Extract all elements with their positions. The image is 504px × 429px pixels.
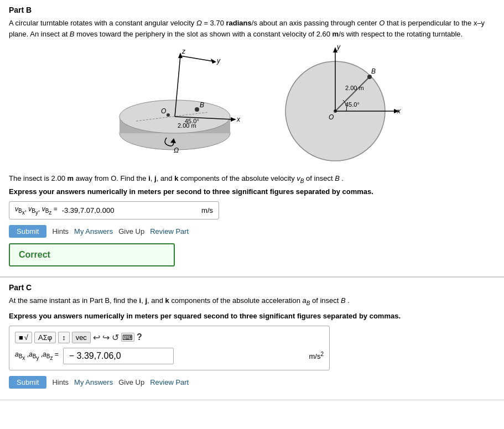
part-c-give-up-label: Give Up: [118, 378, 144, 386]
sqrt-icon: √: [24, 333, 28, 342]
ase-icon: ΑΣφ: [38, 333, 52, 342]
arrows-icon: ↕: [62, 333, 66, 342]
part-c-section: Part C At the same instant as in Part B,…: [0, 278, 504, 400]
part-b-question: The insect is 2.00 m away from O. Find t…: [9, 174, 495, 184]
part-b-problem-text: A circular turntable rotates with a cons…: [9, 18, 495, 39]
part-c-review-part-link[interactable]: Review Part: [150, 378, 189, 386]
svg-text:y: y: [216, 57, 221, 65]
part-c-answer-value: − 3.39,7.06,0: [69, 351, 121, 360]
toolbar-vec-button[interactable]: vec: [72, 332, 91, 343]
toolbar-refresh-button[interactable]: ↺: [112, 332, 119, 343]
part-b-answer-input[interactable]: [62, 206, 197, 214]
svg-text:z: z: [181, 48, 186, 55]
svg-text:2.00 m: 2.00 m: [345, 85, 364, 91]
svg-marker-17: [231, 117, 236, 122]
svg-text:B: B: [371, 67, 376, 75]
box-icon: ■: [19, 333, 23, 342]
svg-text:y: y: [336, 45, 341, 51]
part-c-input-box[interactable]: − 3.39,7.06,0: [63, 348, 174, 364]
part-b-answer-row: vBx, vBy, vBz = m/s: [9, 201, 219, 219]
svg-point-25: [367, 75, 372, 79]
svg-text:45.0°: 45.0°: [185, 118, 199, 124]
toolbar-ase-button[interactable]: ΑΣφ: [34, 332, 56, 343]
part-c-hints-label: Hints: [52, 378, 69, 386]
part-b-submit-button[interactable]: Submit: [9, 225, 46, 238]
part-b-action-row: Submit Hints My Answers Give Up Review P…: [9, 225, 495, 238]
part-c-input-row: aBx ,aBy ,aBz = − 3.39,7.06,0 m/s2: [15, 348, 324, 364]
svg-text:O: O: [329, 113, 334, 121]
correct-box: Correct: [9, 243, 175, 266]
svg-text:x: x: [236, 116, 241, 123]
toolbar-arrows-button[interactable]: ↕: [58, 332, 70, 343]
svg-point-6: [167, 113, 170, 117]
part-c-title: Part C: [9, 283, 495, 292]
part-c-toolbar: ■ √ ΑΣφ ↕ vec ↩ ↪ ↺ ⌨ ?: [15, 332, 324, 343]
diagrams-container: B O 2.00 m 45.0° z y x Ω: [9, 45, 495, 166]
part-c-submit-button[interactable]: Submit: [9, 376, 46, 389]
svg-text:Ω: Ω: [174, 147, 179, 154]
part-c-instruction: Express you answers numerically in meter…: [9, 312, 495, 320]
part-b-answer-label: vBx, vBy, vBz =: [15, 205, 58, 216]
keyboard-icon: ⌨: [122, 333, 133, 342]
part-b-title: Part B: [9, 6, 495, 14]
toolbar-undo-button[interactable]: ↩: [93, 332, 100, 343]
toolbar-help-button[interactable]: ?: [137, 332, 142, 342]
part-b-hints-label: Hints: [52, 227, 69, 236]
part-c-problem-text: At the same instant as in Part B, find t…: [9, 295, 495, 307]
svg-text:O: O: [161, 107, 166, 115]
part-b-review-part-link[interactable]: Review Part: [150, 227, 189, 236]
part-b-answer-unit: m/s: [201, 206, 213, 214]
part-c-my-answers-link[interactable]: My Answers: [74, 378, 113, 386]
vec-label: vec: [76, 333, 87, 342]
part-b-section: Part B A circular turntable rotates with…: [0, 0, 504, 277]
part-c-input-container: ■ √ ΑΣφ ↕ vec ↩ ↪ ↺ ⌨ ? aBx ,aBy ,aBz =: [9, 326, 330, 370]
part-c-action-row: Submit Hints My Answers Give Up Review P…: [9, 376, 495, 389]
svg-text:B: B: [200, 101, 204, 109]
toolbar-redo-button[interactable]: ↪: [102, 332, 110, 343]
part-c-unit: m/s2: [178, 351, 324, 360]
part-b-my-answers-link[interactable]: My Answers: [74, 227, 113, 236]
part-c-answer-label: aBx ,aBy ,aBz =: [15, 350, 59, 361]
svg-marker-14: [211, 59, 216, 64]
left-diagram: B O 2.00 m 45.0° z y x Ω: [103, 45, 247, 166]
svg-line-13: [180, 56, 214, 61]
svg-text:45.0°: 45.0°: [345, 101, 360, 108]
svg-point-4: [195, 107, 199, 112]
right-diagram: O B 2.00 m 45.0° y x: [280, 45, 402, 166]
svg-text:x: x: [397, 107, 401, 115]
part-b-instruction: Express your answers numerically in mete…: [9, 187, 495, 196]
part-b-give-up-label: Give Up: [118, 227, 144, 236]
toolbar-box-sqrt-button[interactable]: ■ √: [15, 332, 32, 343]
toolbar-keyboard-button[interactable]: ⌨: [121, 333, 134, 342]
